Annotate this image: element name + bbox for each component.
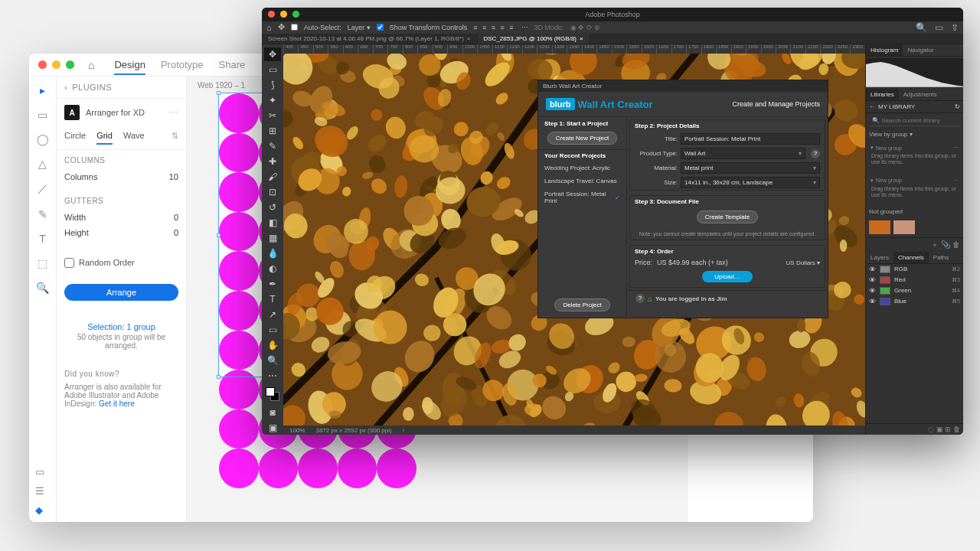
- sliders-icon[interactable]: ⇅: [172, 131, 178, 145]
- fg-bg-swatch[interactable]: [266, 387, 279, 401]
- dyk-link[interactable]: Get it here: [99, 399, 135, 408]
- home-icon[interactable]: ⌂: [266, 23, 272, 32]
- color-swatch[interactable]: [893, 220, 915, 234]
- type-tool-icon[interactable]: T: [264, 292, 281, 306]
- lasso-tool-icon[interactable]: ⟆: [264, 78, 281, 92]
- recent-project[interactable]: Landscape Travel: Canvas: [538, 174, 626, 187]
- save-sel-icon[interactable]: ▣: [936, 425, 943, 433]
- tab-histogram[interactable]: Histogram: [866, 44, 903, 56]
- width-field[interactable]: 0: [174, 213, 178, 222]
- polygon-tool-icon[interactable]: △: [38, 158, 47, 170]
- tab-layers[interactable]: Layers: [866, 252, 893, 263]
- marquee-tool-icon[interactable]: ▭: [264, 63, 281, 77]
- add-icon[interactable]: ＋: [931, 240, 939, 249]
- channel-row[interactable]: 👁Green⌘4: [866, 285, 963, 296]
- channel-row[interactable]: 👁Blue⌘5: [866, 296, 963, 307]
- tab-navigator[interactable]: Navigator: [903, 44, 938, 56]
- shape-tool-icon[interactable]: ▭: [264, 323, 281, 337]
- recent-project[interactable]: Wedding Project: Acrylic: [538, 161, 626, 174]
- brush-tool-icon[interactable]: 🖌: [264, 170, 281, 184]
- seg-grid[interactable]: Grid: [96, 131, 113, 145]
- transform-checkbox[interactable]: [377, 24, 384, 31]
- tab-adjustments[interactable]: Adjustments: [899, 89, 942, 100]
- eyedropper-tool-icon[interactable]: ✎: [264, 139, 281, 153]
- seg-circle[interactable]: Circle: [64, 131, 86, 145]
- close-icon[interactable]: ×: [467, 35, 471, 42]
- zoom-tool-icon[interactable]: 🔍: [264, 354, 281, 367]
- product-type-select[interactable]: Wall Art▾: [681, 148, 805, 159]
- line-tool-icon[interactable]: ／: [38, 182, 48, 196]
- screenmode-icon[interactable]: ▣: [264, 421, 281, 435]
- search-input[interactable]: 🔍 Search current library: [869, 116, 960, 126]
- auto-select-checkbox[interactable]: [291, 24, 298, 31]
- random-order-checkbox[interactable]: Random Order: [64, 253, 178, 272]
- wand-tool-icon[interactable]: ✦: [264, 93, 281, 107]
- path-tool-icon[interactable]: ↗: [264, 308, 281, 321]
- columns-field[interactable]: 10: [169, 172, 178, 181]
- select-tool-icon[interactable]: ▸: [40, 84, 45, 96]
- rect-tool-icon[interactable]: ▭: [38, 109, 47, 121]
- visibility-icon[interactable]: 👁: [869, 266, 876, 273]
- trash-icon[interactable]: 🗑: [953, 425, 960, 433]
- zoom-level[interactable]: 100%: [289, 427, 305, 434]
- move-tool-icon[interactable]: ✥: [278, 22, 285, 32]
- layer-select[interactable]: Layer ▾: [348, 24, 371, 31]
- heal-tool-icon[interactable]: ✚: [264, 155, 281, 168]
- artboard-tool-icon[interactable]: ⬚: [38, 257, 47, 269]
- manage-link[interactable]: Create and Manage Projects: [732, 100, 820, 108]
- more-icon[interactable]: ⋯: [521, 24, 528, 31]
- load-sel-icon[interactable]: ◌: [928, 425, 934, 433]
- close-icon[interactable]: ×: [580, 35, 583, 42]
- assets-icon[interactable]: ▭: [35, 466, 44, 478]
- artboard-label[interactable]: Web 1920 – 1: [198, 81, 245, 90]
- tab-channels[interactable]: Channels: [893, 252, 929, 263]
- help-icon[interactable]: ?: [635, 294, 645, 303]
- tab-share[interactable]: Share: [219, 59, 246, 70]
- breadcrumb[interactable]: ‹PLUGINS: [57, 77, 186, 99]
- chevron-left-icon[interactable]: ←: [869, 103, 875, 110]
- plugins-icon[interactable]: ◆: [35, 504, 44, 516]
- dodge-tool-icon[interactable]: ◐: [264, 262, 281, 276]
- color-swatch[interactable]: [869, 220, 890, 234]
- delete-project-button[interactable]: Delete Project: [554, 298, 609, 311]
- gradient-tool-icon[interactable]: ▦: [264, 231, 281, 245]
- height-field[interactable]: 0: [174, 228, 178, 237]
- align-icons[interactable]: ≡ ≡ ≡ ≡ ≡: [473, 24, 514, 31]
- more-icon[interactable]: ⋯: [170, 108, 178, 118]
- tab-paths[interactable]: Paths: [929, 252, 953, 263]
- material-select[interactable]: Metal print▾: [681, 162, 820, 174]
- crop-tool-icon[interactable]: ✂: [264, 109, 281, 122]
- ellipse-tool-icon[interactable]: ◯: [37, 133, 49, 145]
- recent-project[interactable]: Portrait Session: Metal Print✓: [538, 187, 626, 207]
- move-tool-icon[interactable]: ✥: [264, 47, 281, 61]
- workspace-icon[interactable]: ▭: [935, 22, 943, 33]
- trash-icon[interactable]: 🗑: [952, 240, 960, 249]
- channel-row[interactable]: 👁RGB⌘2: [866, 264, 963, 275]
- visibility-icon[interactable]: 👁: [869, 287, 876, 295]
- doc-tab[interactable]: DSC_2853.JPG @ 100% (RGB/8)×: [478, 34, 590, 44]
- size-select[interactable]: 14x11 in., 36x28 cm, Landscape▾: [681, 177, 820, 188]
- doc-tab[interactable]: Screen Shot 2020-10-13 at 4.06.48 PM.png…: [262, 34, 478, 44]
- seg-wave[interactable]: Wave: [123, 131, 145, 145]
- tab-libraries[interactable]: Libraries: [866, 89, 899, 100]
- edit-toolbar-icon[interactable]: ⋯: [264, 369, 281, 383]
- pen-tool-icon[interactable]: ✒: [264, 277, 281, 291]
- share-icon[interactable]: ⇧: [951, 22, 959, 33]
- hand-tool-icon[interactable]: ✋: [264, 338, 281, 352]
- group-header[interactable]: ▾ New group⋯: [871, 145, 959, 151]
- frame-tool-icon[interactable]: ⊞: [264, 124, 281, 138]
- history-brush-icon[interactable]: ↺: [264, 201, 281, 214]
- create-template-button[interactable]: Create Template: [697, 210, 759, 223]
- view-by[interactable]: View by group ▾: [866, 129, 963, 140]
- attach-icon[interactable]: 📎: [941, 240, 950, 249]
- eraser-tool-icon[interactable]: ◧: [264, 216, 281, 230]
- home-icon[interactable]: ⌂: [88, 59, 94, 71]
- search-icon[interactable]: 🔍: [916, 22, 927, 33]
- arrange-button[interactable]: Arrange: [64, 284, 178, 301]
- visibility-icon[interactable]: 👁: [869, 276, 876, 284]
- layers-icon[interactable]: ☰: [35, 485, 44, 497]
- chevron-right-icon[interactable]: ›: [403, 427, 405, 434]
- currency-select[interactable]: US Dollars ▾: [786, 259, 820, 266]
- 3d-icons[interactable]: ◉ ✥ ⟳ ⊕: [570, 24, 601, 31]
- channel-row[interactable]: 👁Red⌘3: [866, 275, 963, 285]
